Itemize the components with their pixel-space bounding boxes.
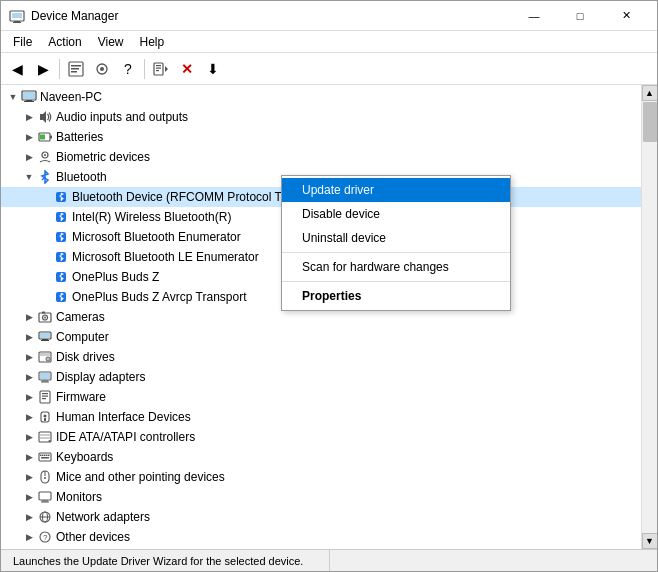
audio-icon — [37, 109, 53, 125]
close-button[interactable]: ✕ — [603, 1, 649, 31]
tree-item-hid[interactable]: ▶ Human Interface Devices — [1, 407, 641, 427]
maximize-button[interactable]: □ — [557, 1, 603, 31]
menu-help[interactable]: Help — [132, 33, 173, 51]
computer-expander: ▶ — [21, 329, 37, 345]
tree-root-item[interactable]: ▼ Naveen-PC — [1, 87, 641, 107]
context-menu-sep-1 — [282, 252, 510, 253]
mice-label: Mice and other pointing devices — [56, 470, 225, 484]
bluetooth-expander: ▼ — [21, 169, 37, 185]
svg-rect-38 — [42, 339, 48, 340]
tree-item-ports[interactable]: ▶ Ports (COM & LPT) — [1, 547, 641, 549]
display-icon — [37, 369, 53, 385]
toolbar-update[interactable] — [149, 57, 173, 81]
bt-buds-label: OnePlus Buds Z — [72, 270, 159, 284]
tree-item-computer[interactable]: ▶ Computer — [1, 327, 641, 347]
scroll-thumb[interactable] — [643, 102, 657, 142]
bt-ms-le-label: Microsoft Bluetooth LE Enumerator — [72, 250, 259, 264]
hid-expander: ▶ — [21, 409, 37, 425]
tree-item-network[interactable]: ▶ Network adapters — [1, 507, 641, 527]
mouse-icon — [37, 469, 53, 485]
toolbar-properties[interactable] — [64, 57, 88, 81]
root-expander: ▼ — [5, 89, 21, 105]
computer-icon — [21, 89, 37, 105]
battery-icon — [37, 129, 53, 145]
scroll-down-arrow[interactable]: ▼ — [642, 533, 658, 549]
batteries-label: Batteries — [56, 130, 103, 144]
svg-rect-37 — [40, 333, 50, 338]
svg-rect-6 — [71, 68, 79, 70]
toolbar: ◀ ▶ ? ✕ — [1, 53, 657, 85]
menu-action[interactable]: Action — [40, 33, 89, 51]
svg-rect-10 — [154, 63, 163, 75]
svg-rect-57 — [40, 437, 50, 439]
toolbar-help[interactable]: ? — [116, 57, 140, 81]
scroll-track[interactable] — [642, 101, 658, 533]
bt-ms-enum-icon — [53, 229, 69, 245]
other-expander: ▶ — [21, 529, 37, 545]
tree-item-firmware[interactable]: ▶ Firmware — [1, 387, 641, 407]
menu-view[interactable]: View — [90, 33, 132, 51]
bt-buds-icon — [53, 269, 69, 285]
svg-rect-11 — [156, 65, 161, 66]
svg-rect-54 — [44, 418, 46, 421]
tree-item-other[interactable]: ▶ ? Other devices — [1, 527, 641, 547]
tree-item-display[interactable]: ▶ Display adapters — [1, 367, 641, 387]
bt-ms-enum-label: Microsoft Bluetooth Enumerator — [72, 230, 241, 244]
svg-rect-63 — [46, 455, 48, 457]
bt-rfcomm-icon — [53, 189, 69, 205]
vertical-scrollbar[interactable]: ▲ ▼ — [641, 85, 657, 549]
toolbar-sep-2 — [144, 59, 145, 79]
monitors-label: Monitors — [56, 490, 102, 504]
audio-expander: ▶ — [21, 109, 37, 125]
tree-item-batteries[interactable]: ▶ Batteries — [1, 127, 641, 147]
toolbar-forward[interactable]: ▶ — [31, 57, 55, 81]
tree-item-biometric[interactable]: ▶ Biometric devices — [1, 147, 641, 167]
svg-rect-45 — [40, 373, 50, 379]
window-controls: — □ ✕ — [511, 1, 649, 31]
tree-item-monitors[interactable]: ▶ Monitors — [1, 487, 641, 507]
status-bar: Launches the Update Driver Wizard for th… — [1, 549, 657, 571]
context-menu-update-driver[interactable]: Update driver — [282, 178, 510, 202]
firmware-icon — [37, 389, 53, 405]
tree-item-mice[interactable]: ▶ Mice and other pointing devices — [1, 467, 641, 487]
svg-rect-69 — [39, 492, 51, 500]
context-menu-uninstall-device[interactable]: Uninstall device — [282, 226, 510, 250]
network-label: Network adapters — [56, 510, 150, 524]
network-expander: ▶ — [21, 509, 37, 525]
svg-marker-14 — [165, 66, 168, 72]
toolbar-disable[interactable]: ✕ — [175, 57, 199, 81]
svg-rect-35 — [42, 312, 45, 314]
toolbar-download[interactable]: ⬇ — [201, 57, 225, 81]
title-bar: Device Manager — □ ✕ — [1, 1, 657, 31]
context-menu-scan-hardware[interactable]: Scan for hardware changes — [282, 255, 510, 279]
other-icon: ? — [37, 529, 53, 545]
scroll-up-arrow[interactable]: ▲ — [642, 85, 658, 101]
tree-item-keyboards[interactable]: ▶ Keyboards — [1, 447, 641, 467]
tree-item-ide[interactable]: ▶ IDE ATA/ATAPI controllers — [1, 427, 641, 447]
firmware-expander: ▶ — [21, 389, 37, 405]
minimize-button[interactable]: — — [511, 1, 557, 31]
svg-text:?: ? — [43, 533, 48, 542]
context-menu: Update driver Disable device Uninstall d… — [281, 175, 511, 311]
toolbar-sep-1 — [59, 59, 60, 79]
tree-item-audio[interactable]: ▶ Audio inputs and outputs — [1, 107, 641, 127]
firmware-label: Firmware — [56, 390, 106, 404]
context-menu-sep-2 — [282, 281, 510, 282]
menu-file[interactable]: File — [5, 33, 40, 51]
device-tree-panel[interactable]: ▼ Naveen-PC ▶ — [1, 85, 641, 549]
hid-icon — [37, 409, 53, 425]
display-expander: ▶ — [21, 369, 37, 385]
svg-rect-18 — [24, 101, 34, 102]
context-menu-properties[interactable]: Properties — [282, 284, 510, 308]
keyboard-icon — [37, 449, 53, 465]
svg-rect-71 — [41, 501, 49, 502]
disk-expander: ▶ — [21, 349, 37, 365]
hid-label: Human Interface Devices — [56, 410, 191, 424]
bluetooth-label: Bluetooth — [56, 170, 107, 184]
svg-rect-5 — [71, 65, 81, 67]
toolbar-back[interactable]: ◀ — [5, 57, 29, 81]
context-menu-disable-device[interactable]: Disable device — [282, 202, 510, 226]
toolbar-scan[interactable] — [90, 57, 114, 81]
root-label: Naveen-PC — [40, 90, 102, 104]
tree-item-disk[interactable]: ▶ Disk drives — [1, 347, 641, 367]
